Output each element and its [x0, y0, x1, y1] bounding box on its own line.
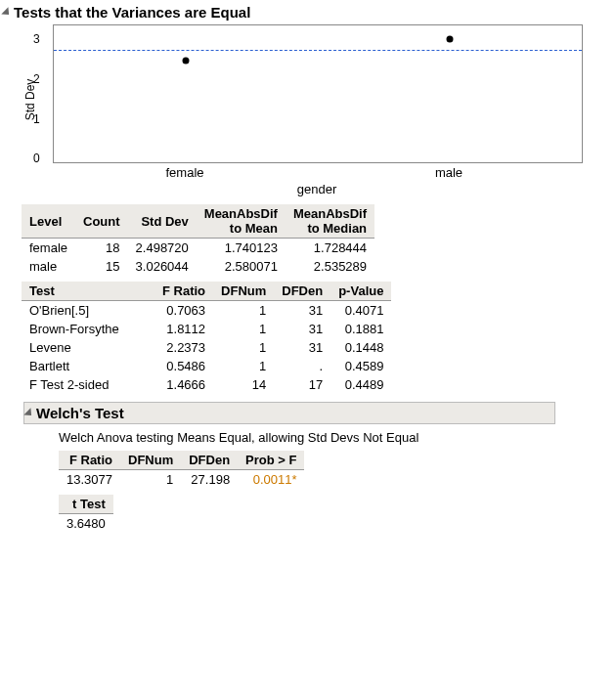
cell-madmean: 1.740123 [197, 239, 286, 258]
cell-stddev: 3.026044 [128, 257, 197, 276]
col-ttest: t Test [59, 495, 113, 514]
data-point-male [447, 36, 454, 43]
x-axis-label: gender [53, 180, 581, 196]
cell-dfd: 31 [274, 301, 330, 321]
cell-test: Bartlett [22, 357, 154, 375]
cell-test: O'Brien[.5] [22, 301, 154, 321]
col-fratio: F Ratio [154, 282, 213, 301]
ytick-3: 3 [33, 32, 40, 46]
cell-count: 18 [75, 239, 128, 258]
data-point-female [183, 58, 190, 65]
col-pvalue: p-Value [330, 282, 391, 301]
cell-dfd: 17 [274, 375, 330, 394]
cell-dfn: 1 [213, 320, 274, 338]
ytick-0: 0 [33, 152, 40, 165]
table-row: F Test 2-sided 1.4666 14 17 0.4489 [22, 375, 391, 394]
table-header-row: Level Count Std Dev MeanAbsDifto Mean Me… [22, 204, 374, 239]
cell-test: Levene [22, 338, 154, 357]
cell-test: Brown-Forsythe [22, 320, 154, 338]
ttest-table: t Test 3.6480 [59, 495, 113, 533]
cell-f: 2.2373 [154, 338, 213, 357]
cell-dfn: 1 [120, 470, 181, 490]
col-dfnum: DFNum [120, 451, 181, 470]
cell-level: female [22, 239, 75, 258]
plot-area [53, 24, 583, 163]
table-row: Brown-Forsythe 1.8112 1 31 0.1881 [22, 320, 391, 338]
cell-level: male [22, 257, 75, 276]
cell-count: 15 [75, 257, 128, 276]
table-header-row: t Test [59, 495, 113, 514]
cell-dfd: 31 [274, 338, 330, 357]
col-count: Count [75, 204, 128, 239]
section-header-variance[interactable]: Tests that the Variances are Equal [4, 4, 616, 21]
summary-table: Level Count Std Dev MeanAbsDifto Mean Me… [22, 204, 374, 276]
disclosure-triangle-icon[interactable] [1, 7, 12, 18]
col-stddev: Std Dev [128, 204, 197, 239]
col-dfden: DFDen [274, 282, 330, 301]
table-row: Bartlett 0.5486 1 . 0.4589 [22, 357, 391, 375]
welch-table: F Ratio DFNum DFDen Prob > F 13.3077 1 2… [59, 451, 304, 489]
table-row: O'Brien[.5] 0.7063 1 31 0.4071 [22, 301, 391, 321]
cell-p: 0.1881 [330, 320, 391, 338]
col-probf: Prob > F [238, 451, 304, 470]
xtick-female: female [53, 163, 317, 180]
cell-probf: 0.0011* [238, 470, 304, 490]
stddev-chart: Std Dev 0 1 2 3 female male gender [23, 24, 616, 196]
table-row: male 15 3.026044 2.580071 2.535289 [22, 257, 374, 276]
table-row: 13.3077 1 27.198 0.0011* [59, 470, 304, 490]
cell-madmean: 2.580071 [197, 257, 286, 276]
section-title: Tests that the Variances are Equal [14, 4, 250, 21]
welch-section: Welch's Test Welch Anova testing Means E… [23, 402, 616, 533]
x-axis-ticks: female male [53, 163, 581, 180]
col-level: Level [22, 204, 75, 239]
col-test: Test [22, 282, 154, 301]
cell-dfd: 31 [274, 320, 330, 338]
cell-stddev: 2.498720 [128, 239, 197, 258]
cell-f: 1.4666 [154, 375, 213, 394]
table-header-row: F Ratio DFNum DFDen Prob > F [59, 451, 304, 470]
col-dfden: DFDen [181, 451, 238, 470]
col-madmean: MeanAbsDifto Mean [197, 204, 286, 239]
welch-caption: Welch Anova testing Means Equal, allowin… [59, 430, 616, 445]
cell-madmed: 1.728444 [286, 239, 374, 258]
table-row: Levene 2.2373 1 31 0.1448 [22, 338, 391, 357]
cell-f: 1.8112 [154, 320, 213, 338]
welch-title: Welch's Test [36, 405, 124, 421]
cell-f: 0.7063 [154, 301, 213, 321]
table-row: female 18 2.498720 1.740123 1.728444 [22, 239, 374, 258]
cell-p: 0.4589 [330, 357, 391, 375]
cell-f: 13.3077 [59, 470, 120, 490]
col-madmed: MeanAbsDifto Median [286, 204, 374, 239]
cell-dfn: 1 [213, 357, 274, 375]
welch-header[interactable]: Welch's Test [23, 402, 555, 424]
cell-dfn: 1 [213, 338, 274, 357]
cell-f: 0.5486 [154, 357, 213, 375]
reference-line [54, 50, 582, 51]
col-fratio: F Ratio [59, 451, 120, 470]
table-header-row: Test F Ratio DFNum DFDen p-Value [22, 282, 391, 301]
cell-dfd: . [274, 357, 330, 375]
cell-dfn: 1 [213, 301, 274, 321]
col-dfnum: DFNum [213, 282, 274, 301]
cell-test: F Test 2-sided [22, 375, 154, 394]
ytick-2: 2 [33, 72, 40, 86]
table-row: 3.6480 [59, 514, 113, 534]
cell-p: 0.4489 [330, 375, 391, 394]
cell-madmed: 2.535289 [286, 257, 374, 276]
xtick-male: male [317, 163, 581, 180]
cell-p: 0.1448 [330, 338, 391, 357]
disclosure-triangle-icon[interactable] [23, 408, 34, 418]
cell-dfd: 27.198 [181, 470, 238, 490]
cell-p: 0.4071 [330, 301, 391, 321]
ytick-1: 1 [33, 112, 40, 126]
cell-ttest: 3.6480 [59, 514, 113, 534]
cell-dfn: 14 [213, 375, 274, 394]
tests-table: Test F Ratio DFNum DFDen p-Value O'Brien… [22, 282, 391, 394]
